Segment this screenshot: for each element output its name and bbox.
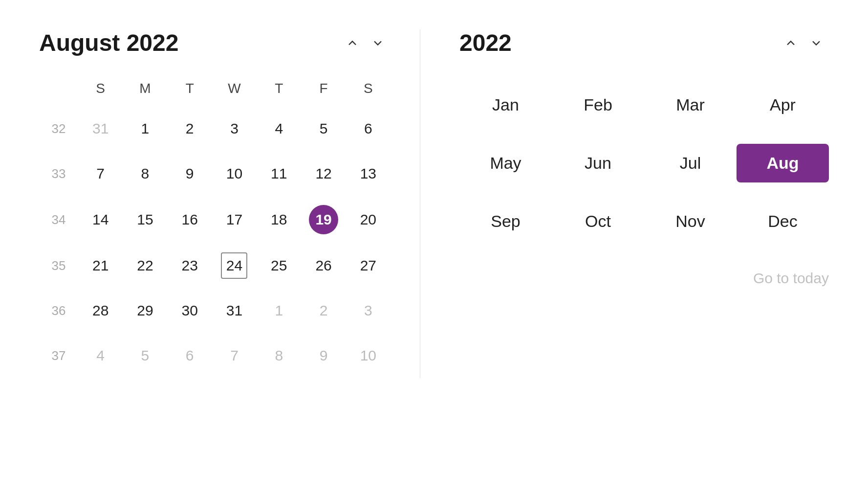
- day-cell[interactable]: 9: [301, 333, 346, 378]
- month-may[interactable]: May: [459, 144, 552, 182]
- month-sep[interactable]: Sep: [459, 202, 552, 241]
- week-num-37: 37: [39, 333, 78, 378]
- month-mar[interactable]: Mar: [644, 86, 737, 124]
- day-cell[interactable]: 31: [212, 288, 257, 333]
- day-cell[interactable]: 27: [346, 243, 391, 288]
- day-cell[interactable]: 12: [301, 151, 346, 196]
- day-cell[interactable]: 28: [78, 288, 123, 333]
- day-cell[interactable]: 21: [78, 243, 123, 288]
- month-jun[interactable]: Jun: [552, 144, 644, 182]
- year-calendar: 2022 Jan Feb Mar Apr May Jun Jul Aug Sep…: [420, 29, 829, 287]
- month-jan[interactable]: Jan: [459, 86, 552, 124]
- day-cell[interactable]: 2: [301, 288, 346, 333]
- week-num-34: 34: [39, 196, 78, 243]
- day-cell[interactable]: 2: [168, 106, 212, 151]
- day-cell[interactable]: 31: [78, 106, 123, 151]
- week-col-header: [39, 76, 78, 106]
- day-cell[interactable]: 9: [168, 151, 212, 196]
- month-grid: S M T W T F S 32 31 1 2 3 4 5 6 33 7 8 9…: [39, 76, 391, 378]
- day-cell[interactable]: 1: [123, 106, 167, 151]
- month-apr[interactable]: Apr: [737, 86, 829, 124]
- day-cell[interactable]: 18: [257, 196, 301, 243]
- day-cell[interactable]: 13: [346, 151, 391, 196]
- day-cell[interactable]: 7: [212, 333, 257, 378]
- month-picker-grid: Jan Feb Mar Apr May Jun Jul Aug Sep Oct …: [459, 86, 829, 241]
- day-cell[interactable]: 7: [78, 151, 123, 196]
- month-jul[interactable]: Jul: [644, 144, 737, 182]
- day-cell[interactable]: 14: [78, 196, 123, 243]
- day-header-thu: T: [257, 76, 301, 106]
- day-cell[interactable]: 4: [257, 106, 301, 151]
- month-calendar: August 2022 S M T W T F S 32 31 1 2 3: [39, 29, 420, 378]
- day-cell[interactable]: 3: [212, 106, 257, 151]
- day-cell[interactable]: 26: [301, 243, 346, 288]
- day-header-mon: M: [123, 76, 167, 106]
- week-num-33: 33: [39, 151, 78, 196]
- day-cell[interactable]: 10: [346, 333, 391, 378]
- day-cell[interactable]: 15: [123, 196, 167, 243]
- week-num-35: 35: [39, 243, 78, 288]
- month-next-button[interactable]: [365, 32, 391, 54]
- year-prev-button[interactable]: [778, 32, 803, 54]
- go-to-today-button[interactable]: Go to today: [459, 270, 829, 287]
- day-cell-selected[interactable]: 19: [301, 196, 346, 243]
- day-cell[interactable]: 30: [168, 288, 212, 333]
- day-cell[interactable]: 20: [346, 196, 391, 243]
- week-num-32: 32: [39, 106, 78, 151]
- day-cell[interactable]: 6: [346, 106, 391, 151]
- day-cell-today[interactable]: 24: [212, 243, 257, 288]
- month-title: August 2022: [39, 29, 340, 56]
- month-header: August 2022: [39, 29, 391, 56]
- day-cell[interactable]: 23: [168, 243, 212, 288]
- day-cell[interactable]: 1: [257, 288, 301, 333]
- month-oct[interactable]: Oct: [552, 202, 644, 241]
- day-cell[interactable]: 6: [168, 333, 212, 378]
- day-cell[interactable]: 4: [78, 333, 123, 378]
- day-cell[interactable]: 22: [123, 243, 167, 288]
- day-header-sun: S: [78, 76, 123, 106]
- year-title: 2022: [459, 29, 778, 56]
- day-cell[interactable]: 5: [301, 106, 346, 151]
- month-nov[interactable]: Nov: [644, 202, 737, 241]
- day-cell[interactable]: 8: [123, 151, 167, 196]
- day-cell[interactable]: 17: [212, 196, 257, 243]
- day-cell[interactable]: 3: [346, 288, 391, 333]
- day-cell[interactable]: 8: [257, 333, 301, 378]
- day-header-fri: F: [301, 76, 346, 106]
- month-dec[interactable]: Dec: [737, 202, 829, 241]
- month-feb[interactable]: Feb: [552, 86, 644, 124]
- day-cell[interactable]: 25: [257, 243, 301, 288]
- day-cell[interactable]: 10: [212, 151, 257, 196]
- month-prev-button[interactable]: [340, 32, 365, 54]
- year-next-button[interactable]: [803, 32, 829, 54]
- day-cell[interactable]: 5: [123, 333, 167, 378]
- day-cell[interactable]: 11: [257, 151, 301, 196]
- day-header-tue: T: [168, 76, 212, 106]
- day-cell[interactable]: 16: [168, 196, 212, 243]
- day-header-wed: W: [212, 76, 257, 106]
- day-cell[interactable]: 29: [123, 288, 167, 333]
- week-num-36: 36: [39, 288, 78, 333]
- day-header-sat: S: [346, 76, 391, 106]
- month-aug[interactable]: Aug: [737, 144, 829, 182]
- year-header: 2022: [459, 29, 829, 56]
